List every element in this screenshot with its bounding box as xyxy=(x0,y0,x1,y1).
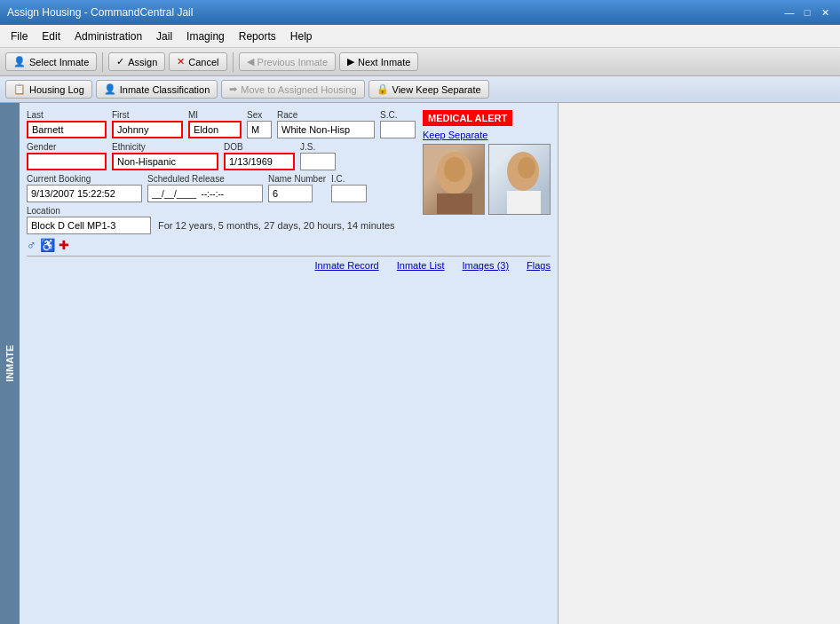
toolbar-main: 👤 Select Inmate ✓ Assign ✕ Cancel ◀ Prev… xyxy=(0,48,840,76)
menu-edit[interactable]: Edit xyxy=(35,28,67,45)
gender-icons: ♂ ♿ ✚ xyxy=(27,238,416,252)
view-keep-separate-button[interactable]: 🔒 View Keep Separate xyxy=(368,80,489,99)
inmate-photo-2 xyxy=(488,144,551,215)
dob-group: DOB xyxy=(224,142,295,170)
assign-icon: ✓ xyxy=(116,56,124,67)
flags-link[interactable]: Flags xyxy=(527,260,551,271)
time-info: For 12 years, 5 months, 27 days, 20 hour… xyxy=(158,220,395,231)
mi-input[interactable] xyxy=(188,121,242,138)
last-name-group: Last xyxy=(27,110,107,138)
svg-point-4 xyxy=(518,157,535,178)
race-input[interactable] xyxy=(277,121,375,138)
scheduled-release-group: Scheduled Release xyxy=(147,174,263,202)
inmate-record-link[interactable]: Inmate Record xyxy=(315,260,379,271)
log-icon: 📋 xyxy=(13,83,26,95)
toolbar-separator xyxy=(102,52,103,72)
medical-icon: ✚ xyxy=(59,238,69,252)
menu-reports[interactable]: Reports xyxy=(232,28,283,45)
inmate-sidebar-label: INMATE xyxy=(0,103,20,624)
booking-input[interactable] xyxy=(27,185,142,202)
sex-group: Sex xyxy=(247,110,272,138)
menu-help[interactable]: Help xyxy=(283,28,320,45)
close-button[interactable]: ✕ xyxy=(817,4,833,20)
main-content: INMATE Last First MI xyxy=(0,103,840,624)
inmate-panel: Last First MI Sex xyxy=(20,103,559,624)
inmate-photo-1 xyxy=(423,144,485,215)
menu-imaging[interactable]: Imaging xyxy=(179,28,232,45)
inmate-photos xyxy=(423,144,551,215)
first-name-input[interactable] xyxy=(112,121,183,138)
booking-row: Current Booking Scheduled Release Name N… xyxy=(27,174,416,202)
ic-input[interactable] xyxy=(331,185,367,202)
assign-button[interactable]: ✓ Assign xyxy=(108,52,165,71)
last-name-input[interactable] xyxy=(27,121,107,138)
mi-group: MI xyxy=(188,110,242,138)
move-to-assigned-button[interactable]: ➡ Move to Assigned Housing xyxy=(221,80,364,99)
next-icon: ▶ xyxy=(347,56,354,67)
window-controls: — □ ✕ xyxy=(781,4,833,20)
inmate-name-row: Last First MI Sex xyxy=(27,110,416,138)
move-icon: ➡ xyxy=(229,83,237,95)
ic-group: I.C. xyxy=(331,174,367,202)
ethnicity-group: Ethnicity xyxy=(112,142,218,170)
svg-rect-2 xyxy=(437,194,472,215)
location-group: Location For 12 years, 5 months, 27 days… xyxy=(27,206,416,234)
sc-input[interactable] xyxy=(380,121,416,138)
keep-separate-icon: 🔒 xyxy=(376,83,389,95)
cancel-button[interactable]: ✕ Cancel xyxy=(169,52,226,71)
prev-inmate-button[interactable]: ◀ Previous Inmate xyxy=(239,52,336,71)
select-inmate-button[interactable]: 👤 Select Inmate xyxy=(5,52,97,71)
menu-administration[interactable]: Administration xyxy=(67,28,149,45)
male-icon: ♂ xyxy=(27,238,36,252)
menu-jail[interactable]: Jail xyxy=(149,28,179,45)
name-number-group: Name Number xyxy=(268,174,326,202)
photos-section: MEDICAL ALERT Keep Separate xyxy=(423,110,551,252)
gender-input[interactable] xyxy=(27,153,107,170)
scheduled-release-input[interactable] xyxy=(147,185,263,202)
sc-group: S.C. xyxy=(380,110,416,138)
prev-icon: ◀ xyxy=(247,56,254,67)
dob-input[interactable] xyxy=(224,153,295,170)
toolbar-separator2 xyxy=(233,52,234,72)
person-icon: 👤 xyxy=(13,56,26,67)
js-group: J.S. xyxy=(300,142,336,170)
ethnicity-input[interactable] xyxy=(112,153,218,170)
title-bar: Assign Housing - CommandCentral Jail — □… xyxy=(0,0,840,25)
inmate-list-link[interactable]: Inmate List xyxy=(397,260,445,271)
side-photo-svg xyxy=(489,145,551,215)
gender-group: Gender xyxy=(27,142,107,170)
name-number-input[interactable] xyxy=(268,185,313,202)
minimize-button[interactable]: — xyxy=(781,4,797,20)
medical-alert-badge: MEDICAL ALERT xyxy=(423,110,512,126)
location-input[interactable] xyxy=(27,217,151,234)
menu-file[interactable]: File xyxy=(4,28,35,45)
first-name-group: First xyxy=(112,110,183,138)
face-svg xyxy=(424,145,485,215)
booking-group: Current Booking xyxy=(27,174,142,202)
race-group: Race xyxy=(277,110,375,138)
next-inmate-button[interactable]: ▶ Next Inmate xyxy=(339,52,418,71)
toolbar-secondary: 📋 Housing Log 👤 Inmate Classification ➡ … xyxy=(0,76,840,103)
svg-point-1 xyxy=(444,157,465,182)
window-title: Assign Housing - CommandCentral Jail xyxy=(7,6,193,19)
menu-bar: File Edit Administration Jail Imaging Re… xyxy=(0,25,840,48)
maximize-button[interactable]: □ xyxy=(799,4,815,20)
images-link[interactable]: Images (3) xyxy=(463,260,510,271)
classification-icon: 👤 xyxy=(104,83,116,95)
wheelchair-icon: ♿ xyxy=(40,238,55,252)
sex-input[interactable] xyxy=(247,121,272,138)
cancel-icon: ✕ xyxy=(177,56,185,67)
inmate-links: Inmate Record Inmate List Images (3) Fla… xyxy=(27,256,551,271)
location-row: Location For 12 years, 5 months, 27 days… xyxy=(27,206,416,234)
svg-rect-5 xyxy=(507,191,541,215)
js-input[interactable] xyxy=(300,153,336,170)
inmate-details-row: Gender Ethnicity DOB J.S. xyxy=(27,142,416,170)
keep-separate-link[interactable]: Keep Separate xyxy=(423,130,487,140)
housing-log-button[interactable]: 📋 Housing Log xyxy=(5,80,92,99)
inmate-classification-button[interactable]: 👤 Inmate Classification xyxy=(96,80,218,99)
